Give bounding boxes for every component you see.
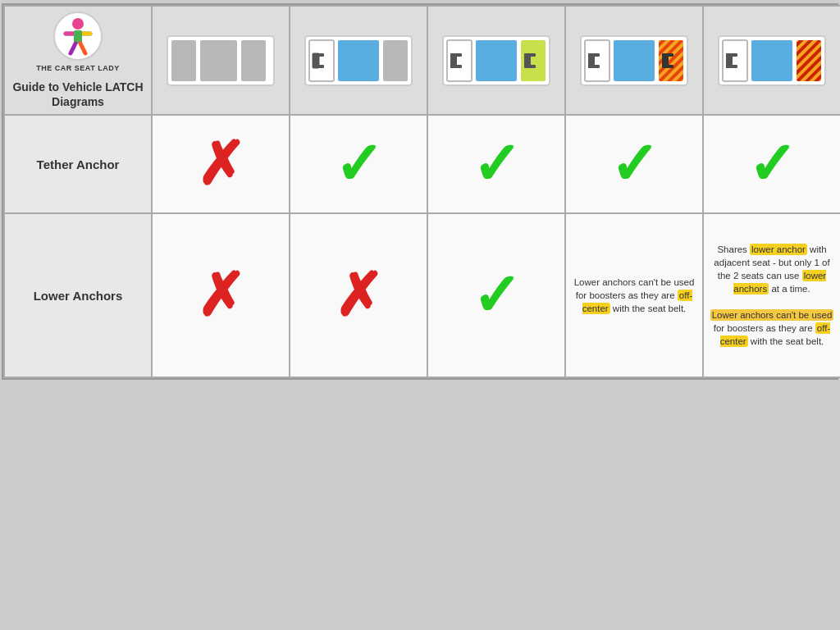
- svg-rect-47: [751, 40, 792, 81]
- diagram-5: [714, 32, 829, 89]
- logo-cell: THE CAR SEAT LADY Guide to Vehicle LATCH…: [4, 6, 152, 115]
- x-mark-tether-1: ✗: [158, 135, 284, 194]
- diagram-4: [577, 32, 692, 89]
- lower-col5-note: Shares lower anchor with adjacent seat -…: [709, 243, 835, 349]
- lower-label-text: Lower Anchors: [34, 289, 123, 303]
- tether-col3: ✓: [427, 115, 565, 213]
- diagram-cell-3: [427, 6, 565, 115]
- lower-col2: ✗: [290, 213, 427, 377]
- diagram-cell-5: [703, 6, 840, 115]
- svg-rect-22: [450, 65, 462, 68]
- main-table-wrapper: THE CAR SEAT LADY Guide to Vehicle LATCH…: [2, 3, 838, 380]
- check-mark-lower-3: ✓: [433, 266, 559, 325]
- svg-rect-35: [614, 40, 655, 81]
- brand-name: THE CAR SEAT LADY: [36, 64, 119, 73]
- svg-rect-21: [450, 53, 462, 57]
- diagram-1: [163, 32, 278, 89]
- lower-col3: ✓: [427, 213, 565, 377]
- svg-rect-8: [171, 40, 196, 81]
- highlight-lower-5-1: lower anchor: [750, 244, 807, 255]
- svg-rect-27: [524, 65, 536, 68]
- svg-line-6: [80, 43, 85, 53]
- svg-rect-45: [726, 53, 737, 57]
- tether-label-text: Tether Anchor: [37, 158, 120, 171]
- lower-anchors-label: Lower Anchors: [4, 213, 152, 377]
- svg-rect-38: [662, 53, 673, 57]
- svg-rect-33: [588, 53, 600, 57]
- check-mark-tether-2: ✓: [295, 135, 422, 194]
- svg-rect-39: [662, 65, 673, 68]
- svg-rect-26: [524, 53, 536, 57]
- tether-col4: ✓: [565, 115, 703, 213]
- tether-col2: ✓: [290, 115, 427, 213]
- check-mark-tether-3: ✓: [433, 135, 559, 194]
- check-mark-tether-4: ✓: [571, 135, 697, 194]
- svg-rect-15: [313, 65, 324, 68]
- svg-rect-48: [797, 40, 821, 81]
- svg-rect-9: [200, 40, 237, 81]
- svg-rect-10: [241, 40, 266, 81]
- diagram-cell-4: [565, 6, 703, 115]
- lower-col1: ✗: [152, 213, 290, 377]
- check-mark-tether-5: ✓: [709, 135, 835, 194]
- tether-col5: ✓: [703, 115, 840, 213]
- diagram-2: [301, 32, 416, 89]
- highlight-lower-5-4: off-center: [720, 322, 831, 347]
- x-mark-lower-2: ✗: [295, 266, 422, 325]
- logo-circle: [53, 11, 103, 61]
- x-mark-lower-1: ✗: [158, 266, 284, 325]
- tether-anchor-label: Tether Anchor: [4, 115, 152, 213]
- svg-rect-46: [726, 65, 737, 68]
- highlight-offcenter-4: off-center: [582, 290, 693, 314]
- lower-col4: Lower anchors can't be used for boosters…: [565, 213, 703, 377]
- highlight-lower-5-3: Lower anchors can't be used: [710, 309, 834, 321]
- svg-rect-16: [338, 40, 379, 81]
- svg-rect-23: [476, 40, 517, 81]
- diagram-3: [439, 32, 554, 89]
- svg-rect-34: [588, 65, 600, 68]
- diagram-cell-2: [290, 6, 427, 115]
- highlight-lower-5-2: lower anchors: [733, 270, 826, 294]
- svg-rect-14: [313, 53, 324, 57]
- svg-point-0: [72, 18, 84, 30]
- lower-col4-note: Lower anchors can't be used for boosters…: [571, 276, 697, 315]
- lower-col5: Shares lower anchor with adjacent seat -…: [703, 213, 840, 377]
- guide-title: Guide to Vehicle LATCH Diagrams: [10, 80, 146, 109]
- diagram-cell-1: [152, 6, 290, 115]
- svg-rect-17: [383, 40, 408, 81]
- svg-line-5: [71, 43, 75, 53]
- tether-col1: ✗: [152, 115, 290, 213]
